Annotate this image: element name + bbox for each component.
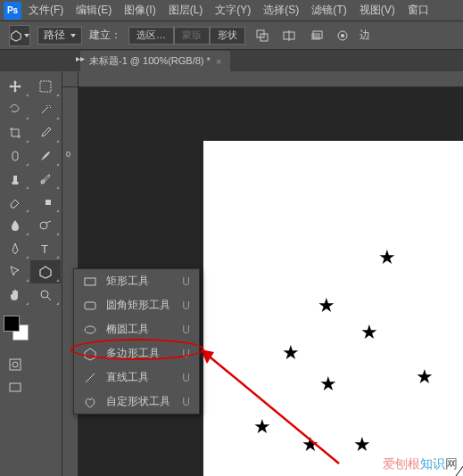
path-arrangement-button[interactable]: [306, 26, 326, 45]
svg-rect-13: [40, 200, 45, 205]
document-canvas[interactable]: ★ ★ ★ ★ ★ ★ ★ ★ ★: [203, 141, 463, 476]
svg-rect-20: [10, 383, 21, 391]
chevron-down-icon: [24, 34, 29, 37]
path-alignment-button[interactable]: [279, 26, 299, 45]
custom-shape-tool-item[interactable]: 自定形状工具 U: [74, 390, 199, 414]
sides-label: 边: [360, 28, 370, 43]
make-label: 建立：: [89, 28, 121, 43]
make-selection-button[interactable]: 选区…: [128, 27, 174, 45]
star-shape: ★: [360, 321, 378, 344]
clone-stamp-tool[interactable]: [0, 168, 30, 191]
pen-tool[interactable]: [0, 237, 30, 260]
svg-marker-0: [12, 30, 21, 40]
star-shape: ★: [318, 294, 335, 317]
foreground-color-swatch[interactable]: [4, 316, 20, 332]
star-shape: ★: [319, 373, 337, 396]
polygon-tool-item[interactable]: 多边形工具 U: [74, 341, 199, 365]
menu-select[interactable]: 选择(S): [258, 1, 304, 20]
menu-filter[interactable]: 滤镜(T): [306, 1, 351, 20]
ellipse-icon: [83, 323, 97, 337]
star-shape: ★: [302, 433, 319, 456]
polygon-icon: [83, 347, 97, 361]
ellipse-tool-item[interactable]: 椭圆工具 U: [74, 317, 199, 341]
path-selection-tool[interactable]: [0, 260, 30, 283]
svg-rect-18: [10, 359, 21, 370]
flyout-item-shortcut: U: [182, 324, 190, 336]
star-shape: ★: [353, 433, 371, 456]
quick-mask-toggle[interactable]: [0, 353, 30, 376]
healing-brush-tool[interactable]: [0, 144, 30, 168]
magic-wand-tool[interactable]: [30, 98, 61, 121]
menu-window[interactable]: 窗口: [402, 1, 434, 20]
menu-type[interactable]: 文字(Y): [210, 1, 256, 20]
svg-rect-10: [12, 152, 18, 160]
tools-panel: T: [0, 71, 62, 476]
flyout-item-label: 自定形状工具: [106, 394, 170, 409]
document-tab[interactable]: 未标题-1 @ 100%(RGB/8) * ×: [80, 51, 230, 71]
path-operations-button[interactable]: [252, 26, 272, 45]
app-logo: Ps: [4, 2, 21, 20]
svg-point-31: [85, 326, 95, 333]
zoom-tool[interactable]: [30, 283, 61, 307]
flyout-item-shortcut: U: [182, 348, 190, 360]
menu-view[interactable]: 视图(V): [354, 1, 401, 20]
flyout-item-label: 直线工具: [106, 370, 149, 385]
svg-rect-29: [85, 278, 95, 285]
ruler-tick: 0: [66, 150, 70, 159]
blur-tool[interactable]: [0, 214, 30, 237]
rectangle-tool-item[interactable]: 矩形工具 U: [74, 269, 199, 293]
gradient-tool[interactable]: [30, 191, 61, 214]
tool-settings-button[interactable]: [333, 26, 352, 45]
brush-tool[interactable]: [30, 144, 61, 168]
flyout-item-label: 多边形工具: [106, 346, 160, 361]
svg-point-17: [41, 291, 48, 298]
flyout-item-shortcut: U: [182, 275, 190, 288]
svg-rect-30: [85, 302, 95, 309]
tool-mode-select[interactable]: 路径: [37, 27, 82, 45]
make-mask-button[interactable]: 蒙版: [174, 27, 210, 45]
options-bar: 路径 建立： 选区… 蒙版 形状 边: [0, 21, 463, 50]
shape-tool[interactable]: [30, 260, 61, 283]
color-swatches[interactable]: [0, 312, 62, 344]
eyedropper-tool[interactable]: [30, 121, 61, 144]
menu-file[interactable]: 文件(F): [23, 1, 69, 20]
menu-layer[interactable]: 图层(L): [163, 1, 209, 20]
close-icon[interactable]: ×: [216, 56, 221, 67]
horizontal-ruler[interactable]: [79, 71, 463, 87]
ruler-origin[interactable]: [62, 71, 79, 87]
collapse-arrows-icon[interactable]: ▸▸: [76, 53, 85, 63]
type-tool[interactable]: T: [30, 237, 61, 260]
svg-marker-32: [85, 349, 95, 360]
flyout-item-shortcut: U: [182, 300, 190, 312]
rounded-rectangle-tool-item[interactable]: 圆角矩形工具 U: [74, 293, 199, 317]
watermark-part1: 爱刨根: [383, 456, 420, 471]
tool-preset-picker[interactable]: [9, 25, 30, 46]
menu-image[interactable]: 图像(I): [119, 1, 161, 20]
menu-edit[interactable]: 编辑(E): [70, 1, 117, 20]
make-shape-button[interactable]: 形状: [210, 27, 245, 45]
dodge-tool[interactable]: [30, 214, 61, 237]
crop-tool[interactable]: [0, 121, 30, 144]
history-brush-tool[interactable]: [30, 168, 61, 191]
svg-text:T: T: [41, 242, 48, 256]
flyout-item-label: 圆角矩形工具: [106, 298, 170, 313]
rounded-rectangle-icon: [83, 299, 97, 313]
flyout-item-label: 矩形工具: [106, 274, 149, 289]
chevron-down-icon: [70, 34, 76, 37]
marquee-tool[interactable]: [30, 75, 61, 98]
svg-line-33: [86, 373, 95, 382]
move-tool[interactable]: [0, 75, 30, 98]
tool-mode-value: 路径: [44, 28, 65, 43]
watermark-part3: 网: [445, 456, 458, 471]
line-tool-item[interactable]: 直线工具 U: [74, 365, 199, 390]
hand-tool[interactable]: [0, 283, 30, 307]
svg-point-14: [40, 222, 47, 229]
lasso-tool[interactable]: [0, 98, 30, 121]
shape-tool-flyout: 矩形工具 U 圆角矩形工具 U 椭圆工具 U 多边形工具 U 直线工具 U 自定…: [73, 268, 200, 414]
watermark-part2: 知识: [420, 456, 445, 471]
screen-mode-toggle[interactable]: [0, 376, 30, 399]
watermark: 爱刨根知识网: [383, 456, 458, 472]
eraser-tool[interactable]: [0, 191, 30, 214]
star-shape: ★: [253, 415, 271, 439]
custom-shape-icon: [83, 395, 97, 409]
